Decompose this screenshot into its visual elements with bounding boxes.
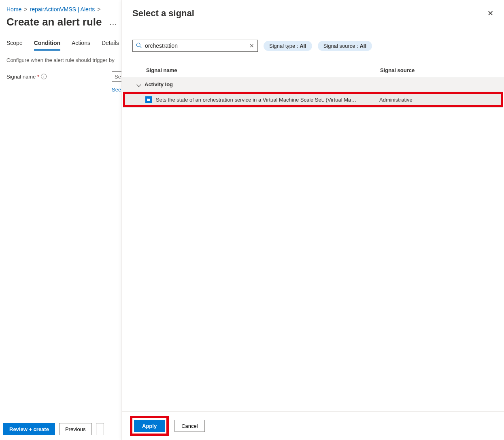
previous-button[interactable]: Previous	[59, 423, 92, 435]
filter-signal-source[interactable]: Signal source : All	[318, 41, 372, 51]
svg-point-0	[136, 43, 140, 47]
see-all-link[interactable]: See	[0, 87, 121, 93]
filter-signal-type[interactable]: Signal type : All	[264, 41, 312, 51]
page-title: Create an alert rule	[6, 16, 102, 28]
truncated-button[interactable]	[96, 423, 104, 435]
more-menu-button[interactable]: …	[107, 18, 120, 26]
apply-highlight: Apply	[130, 416, 169, 436]
required-indicator: *	[37, 74, 39, 80]
breadcrumb-separator: >	[97, 6, 100, 13]
breadcrumb-link-alerts[interactable]: repairActionVMSS | Alerts	[30, 6, 95, 13]
search-icon	[133, 43, 145, 49]
svg-rect-3	[147, 98, 150, 99]
tab-scope[interactable]: Scope	[6, 40, 23, 51]
panel-footer: Apply Cancel	[122, 411, 504, 440]
select-signal-panel: Select a signal ✕ ✕ Signal type : All Si…	[121, 0, 504, 440]
signal-source-text: Administrative	[379, 97, 493, 103]
panel-controls: ✕ Signal type : All Signal source : All	[122, 23, 504, 56]
search-input-wrapper[interactable]: ✕	[132, 40, 258, 52]
clear-search-icon[interactable]: ✕	[246, 43, 257, 49]
signal-name-text: Sets the state of an orchestration servi…	[156, 97, 379, 103]
svg-line-1	[140, 46, 141, 48]
column-signal-name[interactable]: Signal name	[146, 67, 380, 73]
review-create-button[interactable]: Review + create	[3, 423, 55, 435]
group-label: Activity log	[145, 81, 173, 87]
breadcrumb-link-home[interactable]: Home	[6, 6, 21, 13]
breadcrumb-separator: >	[24, 6, 27, 13]
search-input[interactable]	[145, 43, 246, 49]
signal-row[interactable]: Sets the state of an orchestration servi…	[123, 91, 503, 108]
tab-actions[interactable]: Actions	[72, 40, 90, 51]
cancel-button[interactable]: Cancel	[174, 420, 204, 432]
panel-header: Select a signal ✕	[122, 0, 504, 23]
info-icon[interactable]: i	[41, 74, 47, 79]
group-activity-log[interactable]: Activity log	[122, 77, 504, 91]
column-signal-source[interactable]: Signal source	[380, 67, 493, 73]
tab-condition[interactable]: Condition	[34, 40, 60, 51]
panel-title: Select a signal	[132, 8, 194, 19]
signal-table-header: Signal name Signal source	[122, 56, 504, 77]
activity-log-icon	[145, 96, 152, 103]
close-icon[interactable]: ✕	[487, 10, 493, 17]
chevron-down-icon	[136, 82, 141, 87]
apply-button[interactable]: Apply	[134, 420, 165, 432]
tab-details[interactable]: Details	[102, 40, 119, 51]
signal-name-label: Signal name	[6, 74, 36, 80]
